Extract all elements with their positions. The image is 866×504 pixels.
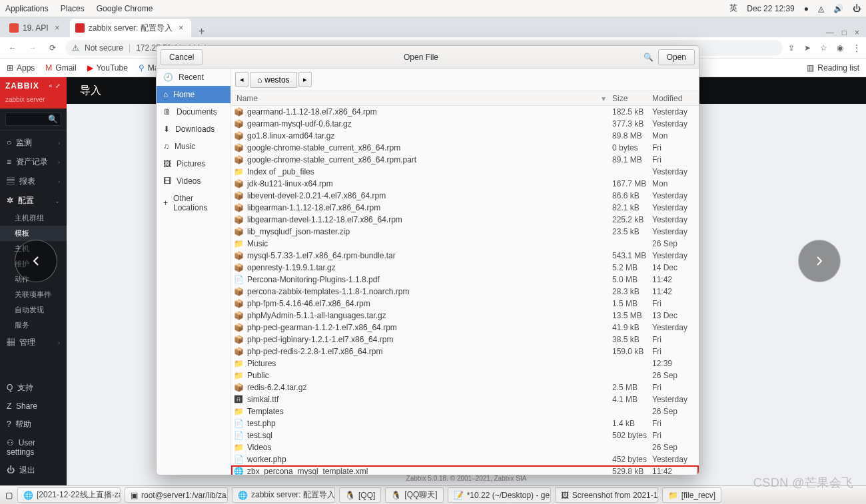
new-tab-button[interactable]: + — [194, 25, 210, 37]
file-list[interactable]: 📦gearmand-1.1.12-18.el7.x86_64.rpm182.5 … — [231, 106, 699, 475]
place-pics[interactable]: 🖼Pictures — [157, 155, 230, 172]
place-home[interactable]: ⌂Home — [157, 86, 230, 103]
carousel-next[interactable] — [798, 240, 841, 282]
sidebar-sub-item[interactable]: 模板 — [0, 226, 67, 241]
column-modified[interactable]: Modified — [652, 94, 699, 103]
sidebar-item-1[interactable]: ≡ 资产记录› — [0, 152, 67, 172]
forward-button[interactable]: → — [25, 41, 40, 55]
sidebar-item-3[interactable]: ✲ 配置⌄ — [0, 191, 67, 210]
volume-icon[interactable]: 🔊 — [833, 4, 843, 13]
open-button[interactable]: Open — [658, 49, 695, 65]
maximize-icon[interactable]: □ — [842, 28, 847, 37]
file-row[interactable]: 📦gearman-mysql-udf-0.6.tar.gz377.3 kBYes… — [231, 118, 699, 130]
footer-nav-item[interactable]: ⚇ User settings — [0, 434, 67, 461]
footer-nav-item[interactable]: Z Share — [0, 397, 67, 415]
reading-list[interactable]: ▥Reading list — [807, 63, 859, 73]
file-row[interactable]: 📄Percona-Monitoring-Plugins-1.1.8.pdf5.0… — [231, 274, 699, 286]
path-back[interactable]: ◂ — [235, 72, 248, 87]
search-button[interactable]: 🔍 — [640, 49, 658, 66]
profile-icon[interactable]: ◉ — [837, 43, 843, 53]
footer-nav-item[interactable]: ? 帮助 — [0, 415, 67, 434]
sidebar-item-4[interactable]: ▦ 管理› — [0, 333, 67, 352]
path-segment-home[interactable]: ⌂westos — [250, 72, 297, 88]
file-row[interactable]: 📁Pictures12:39 — [231, 358, 699, 370]
file-row[interactable]: 📦redis-6.2.4.tar.gz2.5 MBFri — [231, 381, 699, 393]
file-row[interactable]: 📁Videos26 Sep — [231, 441, 699, 453]
file-row[interactable]: 🌐zbx_percona_mysql_template.xml529.8 kB1… — [231, 465, 699, 475]
path-forward[interactable]: ▸ — [298, 72, 312, 87]
file-row[interactable]: 📦openresty-1.19.9.1.tar.gz5.2 MB14 Dec — [231, 262, 699, 274]
applications-menu[interactable]: Applications — [5, 4, 49, 13]
menu-icon[interactable]: ⋮ — [853, 43, 861, 53]
file-row[interactable]: 📦percona-zabbix-templates-1.1.8-1.noarch… — [231, 286, 699, 298]
search-input[interactable]: 🔍 — [5, 113, 61, 126]
clock[interactable]: Dec 22 12:39 — [747, 4, 794, 13]
taskbar-item[interactable]: ▣root@server1:/var/lib/za... — [125, 487, 228, 503]
taskbar-item[interactable]: 🌐[2021-12-22线上直播-za... — [17, 487, 121, 503]
taskbar-item[interactable]: 🌐zabbix server: 配置导入 -... — [232, 487, 335, 503]
minimize-icon[interactable]: — — [826, 28, 834, 37]
close-icon[interactable]: × — [855, 28, 859, 37]
file-row[interactable]: 📄worker.php452 bytesYesterday — [231, 453, 699, 465]
taskbar-item[interactable]: 📝*10.22 (~/Desktop) - ge... — [448, 487, 551, 503]
taskbar-item[interactable]: 📁[file_recv] — [662, 487, 721, 503]
taskbar-item[interactable]: 🖼Screenshot from 2021-1... — [555, 487, 658, 503]
file-row[interactable]: 📦php-pecl-redis-2.2.8-1.el7.x86_64.rpm15… — [231, 346, 699, 358]
back-button[interactable]: ← — [5, 41, 20, 55]
places-menu[interactable]: Places — [61, 4, 85, 13]
chrome-menu[interactable]: Google Chrome — [97, 4, 153, 13]
close-icon[interactable]: × — [177, 23, 186, 33]
sidebar-sub-item[interactable]: 服务 — [0, 318, 67, 333]
file-row[interactable]: 📄test.sql502 bytesFri — [231, 429, 699, 441]
bookmark-youtube[interactable]: ▶YouTube — [87, 63, 128, 73]
show-desktop[interactable]: ▢ — [4, 491, 13, 500]
place-music[interactable]: ♫Music — [157, 138, 230, 155]
footer-nav-item[interactable]: Q 支持 — [0, 378, 67, 397]
sidebar-sub-item[interactable]: 主机群组 — [0, 210, 67, 226]
file-row[interactable]: 📦mysql-5.7.33-1.el7.x86_64.rpm-bundle.ta… — [231, 250, 699, 262]
file-row[interactable]: 📦php-pecl-gearman-1.1.2-1.el7.x86_64.rpm… — [231, 322, 699, 334]
sidebar-sub-item[interactable]: 关联项事件 — [0, 287, 67, 302]
place-vids[interactable]: 🎞Videos — [157, 172, 230, 190]
carousel-prev[interactable] — [15, 240, 57, 282]
place-other[interactable]: +Other Locations — [157, 190, 230, 216]
sidebar-item-2[interactable]: ▤ 报表› — [0, 172, 67, 191]
send-icon[interactable]: ➤ — [804, 43, 811, 53]
file-row[interactable]: 📦google-chrome-stable_current_x86_64.rpm… — [231, 154, 699, 166]
file-row[interactable]: 📦jdk-8u121-linux-x64.rpm167.7 MBMon — [231, 178, 699, 190]
browser-tab[interactable]: 19. API × — [4, 19, 67, 37]
zabbix-logo[interactable]: ZABBIX « ⤢ — [0, 77, 67, 95]
file-row[interactable]: 📄test.php1.4 kBFri — [231, 417, 699, 429]
file-row[interactable]: 📦google-chrome-stable_current_x86_64.rpm… — [231, 142, 699, 154]
file-row[interactable]: 📁Public26 Sep — [231, 370, 699, 381]
file-row[interactable]: 📦phpMyAdmin-5.1.1-all-languages.tar.gz13… — [231, 310, 699, 322]
browser-tab[interactable]: zabbix server: 配置导入 × — [70, 19, 191, 37]
bookmark-gmail[interactable]: MGmail — [45, 63, 76, 73]
place-recent[interactable]: 🕘Recent — [157, 69, 230, 86]
file-row[interactable]: 📁Index of _pub_filesYesterday — [231, 166, 699, 178]
footer-nav-item[interactable]: ⏻ 退出 — [0, 461, 67, 480]
sidebar-sub-item[interactable]: 自动发现 — [0, 302, 67, 318]
file-row[interactable]: 📁Templates26 Sep — [231, 405, 699, 417]
close-icon[interactable]: × — [53, 23, 62, 33]
reload-button[interactable]: ⟳ — [45, 41, 60, 55]
file-row[interactable]: 📦php-pecl-igbinary-1.2.1-1.el7.x86_64.rp… — [231, 334, 699, 346]
place-dl[interactable]: ⬇Downloads — [157, 121, 230, 138]
star-icon[interactable]: ☆ — [820, 43, 827, 53]
file-row[interactable]: 📦libevent-devel-2.0.21-4.el7.x86_64.rpm8… — [231, 190, 699, 202]
place-docs[interactable]: 🗎Documents — [157, 103, 230, 121]
network-icon[interactable]: ◬ — [818, 4, 824, 13]
taskbar-item[interactable]: 🐧[QQ] — [339, 487, 381, 503]
column-size[interactable]: Size — [612, 94, 652, 103]
cancel-button[interactable]: Cancel — [161, 49, 203, 65]
file-row[interactable]: 📦php-fpm-5.4.16-46.el7.x86_64.rpm1.5 MBF… — [231, 298, 699, 310]
file-row[interactable]: 📦lib_mysqludf_json-master.zip23.5 kBYest… — [231, 226, 699, 238]
bookmark-apps[interactable]: ⊞Apps — [7, 63, 35, 73]
file-row[interactable]: 📦go1.8.linux-amd64.tar.gz89.8 MBMon — [231, 130, 699, 142]
column-name[interactable]: Name▾ — [231, 94, 612, 103]
share-icon[interactable]: ⇪ — [788, 43, 795, 53]
input-lang[interactable]: 英 — [729, 3, 737, 14]
file-row[interactable]: 🅰simkai.ttf4.1 MBYesterday — [231, 393, 699, 405]
file-row[interactable]: 📦libgearman-1.1.12-18.el7.x86_64.rpm82.1… — [231, 202, 699, 214]
file-row[interactable]: 📁Music26 Sep — [231, 238, 699, 250]
